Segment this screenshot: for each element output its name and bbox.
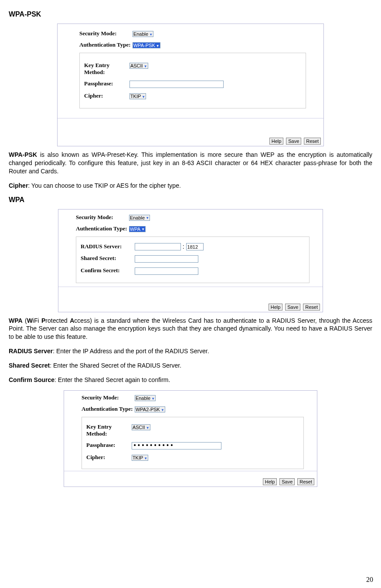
help-button[interactable]: Help xyxy=(263,478,277,485)
chevron-down-icon: ▼ xyxy=(142,95,145,99)
chevron-down-icon: ▼ xyxy=(149,33,153,37)
save-button[interactable]: Save xyxy=(285,304,300,311)
heading-wpa-psk: WPA-PSK xyxy=(9,10,372,18)
label-radius-server: RADIUS Server: xyxy=(81,243,133,250)
input-shared-secret[interactable] xyxy=(135,255,198,263)
input-radius-ip[interactable] xyxy=(135,243,181,250)
label-shared-secret: Shared Secret: xyxy=(81,255,133,262)
label-security-mode: Security Mode: xyxy=(79,30,131,37)
chevron-down-icon: ▼ xyxy=(144,64,147,68)
button-bar: Help Save Reset xyxy=(268,303,320,311)
paragraph-wpa-psk: WPA-PSK is also known as WPA-Preset-Key.… xyxy=(9,151,372,176)
label-passphrase: Passphrase: xyxy=(84,80,128,87)
input-confirm-secret[interactable] xyxy=(135,267,198,275)
label-auth-type: Authentication Type: xyxy=(79,41,131,48)
screenshot-panel-wpa: Security Mode: Enable▼ Authentication Ty… xyxy=(58,209,323,312)
chevron-down-icon: ▼ xyxy=(146,426,150,430)
chevron-down-icon: ▼ xyxy=(151,397,155,401)
input-passphrase[interactable] xyxy=(129,81,224,88)
label-cipher: Cipher: xyxy=(84,92,128,99)
label-passphrase: Passphrase: xyxy=(86,442,130,449)
label-security-mode: Security Mode: xyxy=(76,214,127,221)
select-auth-type[interactable]: WPA2-PSK▼ xyxy=(135,406,165,412)
reset-button[interactable]: Reset xyxy=(303,304,320,311)
input-radius-port[interactable] xyxy=(186,243,204,250)
help-button[interactable]: Help xyxy=(269,138,284,145)
chevron-down-icon: ▼ xyxy=(141,227,145,231)
select-key-entry[interactable]: ASCII▼ xyxy=(132,424,150,430)
screenshot-panel-wpa2-psk: Security Mode: Enable▼ Authentication Ty… xyxy=(64,390,317,487)
chevron-down-icon: ▼ xyxy=(161,408,164,412)
label-key-entry: Key Entry Method: xyxy=(84,62,128,76)
select-cipher[interactable]: TKIP▼ xyxy=(132,455,148,461)
label-auth-type: Authentication Type: xyxy=(76,225,127,232)
select-security-mode[interactable]: Enable▼ xyxy=(135,395,156,401)
chevron-down-icon: ▼ xyxy=(144,456,147,460)
label-security-mode: Security Mode: xyxy=(82,394,133,401)
reset-button[interactable]: Reset xyxy=(297,478,314,485)
paragraph-radius: RADIUS Server: Enter the IP Address and … xyxy=(9,347,372,355)
settings-box: Key Entry Method: ASCII▼ Passphrase: Cip… xyxy=(79,53,306,108)
select-key-entry[interactable]: ASCII▼ xyxy=(129,63,148,69)
paragraph-shared: Shared Secret: Enter the Shared Secret o… xyxy=(9,362,372,370)
select-security-mode[interactable]: Enable▼ xyxy=(133,31,153,37)
save-button[interactable]: Save xyxy=(279,478,295,485)
reset-button[interactable]: Reset xyxy=(304,138,321,145)
heading-wpa: WPA xyxy=(9,196,372,204)
label-auth-type: Authentication Type: xyxy=(82,406,133,412)
settings-box: RADIUS Server: : Shared Secret: Confirm … xyxy=(76,237,310,283)
select-cipher[interactable]: TKIP▼ xyxy=(129,93,146,99)
screenshot-panel-wpa-psk: Security Mode: Enable▼ Authentication Ty… xyxy=(57,24,324,146)
chevron-down-icon: ▼ xyxy=(146,216,149,220)
save-button[interactable]: Save xyxy=(286,138,301,145)
select-security-mode[interactable]: Enable▼ xyxy=(129,215,150,221)
label-cipher: Cipher: xyxy=(86,454,130,461)
paragraph-confirm: Confirm Source: Enter the Shared Secret … xyxy=(9,376,372,384)
paragraph-wpa: WPA (WiFi Protected Access) is a standar… xyxy=(9,317,372,341)
label-confirm-secret: Confirm Secret: xyxy=(81,267,133,274)
help-button[interactable]: Help xyxy=(269,304,283,311)
button-bar: Help Save Reset xyxy=(269,137,321,145)
select-auth-type[interactable]: WPA-PSK▼ xyxy=(133,42,160,48)
select-auth-type[interactable]: WPA▼ xyxy=(129,226,146,232)
label-key-entry: Key Entry Method: xyxy=(86,423,130,437)
paragraph-cipher: Cipher: You can choose to use TKIP or AE… xyxy=(9,182,372,190)
input-passphrase[interactable]: •••••••••• xyxy=(132,442,221,449)
chevron-down-icon: ▼ xyxy=(156,44,160,48)
settings-box: Key Entry Method: ASCII▼ Passphrase: •••… xyxy=(82,417,304,469)
button-bar: Help Save Reset xyxy=(262,478,314,485)
